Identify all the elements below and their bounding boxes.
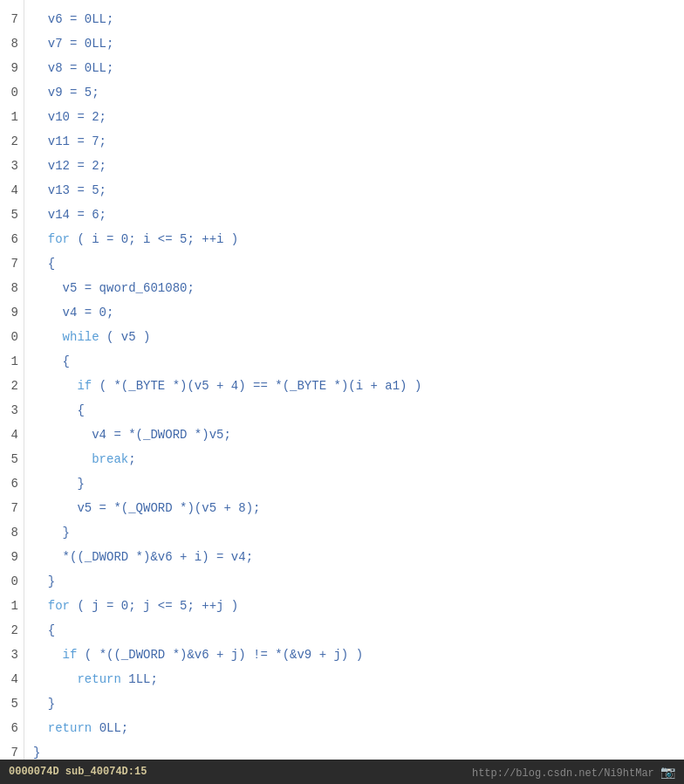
- line-number: 4: [7, 423, 18, 447]
- code-line: return 1LL;: [33, 667, 675, 691]
- editor-container: 7890123456789012345678901234567 v6 = 0LL…: [0, 0, 684, 784]
- code-line: *((_DWORD *)&v6 + i) = v4;: [33, 545, 675, 569]
- code-line: for ( i = 0; i <= 5; ++i ): [33, 227, 675, 251]
- line-number: 2: [7, 374, 18, 398]
- line-number: 8: [7, 31, 18, 56]
- code-line: if ( *((_DWORD *)&v6 + j) != *(&v9 + j) …: [33, 643, 675, 667]
- line-number: 0: [7, 80, 18, 105]
- line-number: 1: [7, 594, 18, 618]
- line-number: 2: [7, 129, 18, 154]
- line-number: 7: [7, 251, 18, 276]
- line-number: 6: [7, 471, 18, 496]
- line-number: 4: [7, 178, 18, 203]
- line-number: 9: [7, 545, 18, 569]
- line-number: 1: [7, 349, 18, 374]
- status-bar: 0000074D sub_40074D:15 http://blog.csdn.…: [0, 760, 684, 784]
- code-line: v5 = *(_QWORD *)(v5 + 8);: [33, 496, 675, 520]
- line-number: 3: [7, 643, 18, 667]
- line-number: 7: [7, 740, 18, 760]
- line-number: 5: [7, 203, 18, 227]
- code-line: }: [33, 740, 675, 760]
- line-number: 1: [7, 105, 18, 129]
- code-line: v8 = 0LL;: [33, 56, 675, 80]
- code-line: }: [33, 520, 675, 545]
- code-area: 7890123456789012345678901234567 v6 = 0LL…: [0, 0, 684, 760]
- line-number: 5: [7, 691, 18, 716]
- code-line: }: [33, 569, 675, 594]
- line-number: 8: [7, 520, 18, 545]
- code-line: while ( v5 ): [33, 325, 675, 349]
- code-line: v9 = 5;: [33, 80, 675, 105]
- line-number: 3: [7, 154, 18, 178]
- line-number: 9: [7, 56, 18, 80]
- code-line: v10 = 2;: [33, 105, 675, 129]
- status-address: 0000074D sub_40074D:15: [9, 766, 147, 778]
- code-content[interactable]: v6 = 0LL; v7 = 0LL; v8 = 0LL; v9 = 5; v1…: [24, 0, 684, 760]
- line-number: 6: [7, 716, 18, 740]
- code-line: v4 = *(_DWORD *)v5;: [33, 423, 675, 447]
- camera-icon: 📷: [660, 766, 675, 780]
- line-numbers: 7890123456789012345678901234567: [0, 0, 24, 760]
- code-line: }: [33, 691, 675, 716]
- code-line: v4 = 0;: [33, 300, 675, 325]
- code-line: v11 = 7;: [33, 129, 675, 154]
- status-url: http://blog.csdn.net/Ni9htMar 📷: [472, 765, 675, 780]
- code-line: v14 = 6;: [33, 203, 675, 227]
- line-number: 7: [7, 496, 18, 520]
- code-line: for ( j = 0; j <= 5; ++j ): [33, 594, 675, 618]
- code-line: v13 = 5;: [33, 178, 675, 203]
- line-number: 9: [7, 300, 18, 325]
- code-line: v6 = 0LL;: [33, 7, 675, 31]
- code-line: return 0LL;: [33, 716, 675, 740]
- line-number: 8: [7, 276, 18, 300]
- line-number: 3: [7, 398, 18, 423]
- code-line: {: [33, 618, 675, 643]
- code-line: {: [33, 398, 675, 423]
- code-line: break;: [33, 447, 675, 471]
- code-line: if ( *(_BYTE *)(v5 + 4) == *(_BYTE *)(i …: [33, 374, 675, 398]
- line-number: 5: [7, 447, 18, 471]
- code-line: {: [33, 349, 675, 374]
- code-line: {: [33, 251, 675, 276]
- line-number: 7: [7, 7, 18, 31]
- code-line: v7 = 0LL;: [33, 31, 675, 56]
- line-number: 0: [7, 325, 18, 349]
- line-number: 4: [7, 667, 18, 691]
- code-line: v12 = 2;: [33, 154, 675, 178]
- code-line: v5 = qword_601080;: [33, 276, 675, 300]
- code-line: }: [33, 471, 675, 496]
- line-number: 0: [7, 569, 18, 594]
- line-number: 6: [7, 227, 18, 251]
- line-number: 2: [7, 618, 18, 643]
